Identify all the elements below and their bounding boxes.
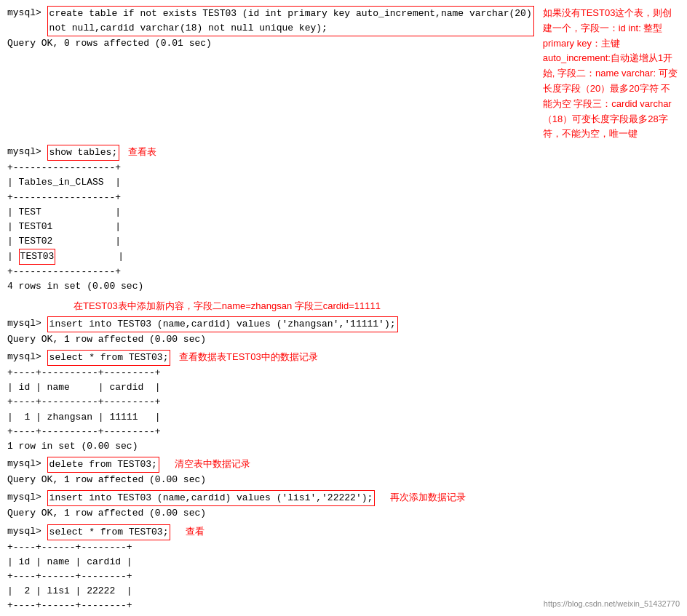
select1-rowcount: 1 row in set (0.00 sec) — [7, 439, 680, 454]
prompt-3: mysql> — [7, 316, 47, 331]
select1-header: | id | name | cardid | — [7, 380, 680, 395]
insert2-section: mysql> insert into TEST03 (name,cardid) … — [7, 490, 680, 521]
watermark: https://blog.csdn.net/weixin_51432770 — [544, 598, 680, 610]
delete-cmd: delete from TEST03; — [47, 457, 159, 473]
create-table-cmd: create table if not exists TEST03 (id in… — [47, 6, 534, 36]
insert-annotation-section: 在TEST03表中添加新内容，字段二name=zhangsan 字段三cardi… — [7, 299, 680, 313]
select2-header: | id | name | cardid | — [7, 555, 680, 569]
insert2-cmd: insert into TEST03 (name,cardid) values … — [47, 490, 376, 506]
select1-label: 查看数据表TEST03中的数据记录 — [176, 350, 317, 364]
select2-border1: +----+------+--------+ — [7, 540, 680, 555]
table-border-top1: +------------------+ — [7, 161, 680, 175]
insert1-output: Query OK, 1 row affected (0.00 sec) — [7, 332, 680, 347]
table-row-test01: | TEST01 | — [7, 220, 680, 234]
insert2-output: Query OK, 1 row affected (0.00 sec) — [7, 506, 680, 521]
show-tables-label: 查看表 — [125, 145, 156, 159]
table-row-test03-suffix: | — [55, 249, 124, 264]
select1-row1: | 1 | zhangsan | 11111 | — [7, 410, 680, 425]
prompt-1: mysql> — [7, 6, 47, 20]
select1-section: mysql> select * from TEST03; 查看数据表TEST03… — [7, 350, 680, 454]
create-table-annotation: 如果没有TEST03这个表，则创建一个，字段一：id int: 整型 prima… — [543, 6, 680, 142]
show-tables-rowcount: 4 rows in set (0.00 sec) — [7, 279, 680, 294]
delete-output: Query OK, 1 row affected (0.00 sec) — [7, 473, 680, 487]
select2-cmd: select * from TEST03; — [47, 524, 171, 540]
table-border-bottom1: +------------------+ — [7, 265, 680, 279]
insert2-label: 再次添加数据记录 — [381, 490, 466, 505]
table-border-header: +------------------+ — [7, 191, 680, 205]
select1-border1: +----+----------+---------+ — [7, 366, 680, 380]
select1-border2: +----+----------+---------+ — [7, 395, 680, 409]
insert1-section: mysql> insert into TEST03 (name,cardid) … — [7, 316, 680, 347]
create-table-output: Query OK, 0 rows affected (0.01 sec) — [7, 36, 534, 51]
prompt-6: mysql> — [7, 490, 47, 505]
test03-highlight: TEST03 — [19, 249, 56, 265]
table-header: | Tables_in_CLASS | — [7, 175, 680, 190]
insert1-cmd: insert into TEST03 (name,cardid) values … — [47, 316, 398, 332]
prompt-2: mysql> — [7, 145, 47, 159]
table-row-test03-prefix: | — [7, 249, 19, 264]
table-row-test02: | TEST02 | — [7, 234, 680, 249]
select1-border3: +----+----------+---------+ — [7, 425, 680, 439]
prompt-5: mysql> — [7, 457, 47, 471]
select1-cmd: select * from TEST03; — [47, 350, 171, 366]
select2-border2: +----+------+--------+ — [7, 569, 680, 584]
terminal: mysql> create table if not exists TEST03… — [7, 6, 680, 616]
show-tables-section: mysql> show tables; 查看表 +---------------… — [7, 145, 680, 294]
delete-section: mysql> delete from TEST03; 清空表中数据记录 Quer… — [7, 457, 680, 487]
delete-label: 清空表中数据记录 — [165, 457, 250, 471]
create-table-section: mysql> create table if not exists TEST03… — [7, 6, 680, 142]
prompt-4: mysql> — [7, 350, 47, 364]
select2-row1: | 2 | lisi | 22222 | — [7, 584, 680, 599]
table-row-test: | TEST | — [7, 205, 680, 220]
select2-label: 查看 — [176, 524, 204, 539]
insert-annotation-text: 在TEST03表中添加新内容，字段二name=zhangsan 字段三cardi… — [7, 299, 680, 313]
show-tables-cmd: show tables; — [47, 145, 120, 161]
prompt-7: mysql> — [7, 524, 47, 539]
select2-rowcount: 1 row in set (0.00 sec) — [7, 613, 138, 616]
